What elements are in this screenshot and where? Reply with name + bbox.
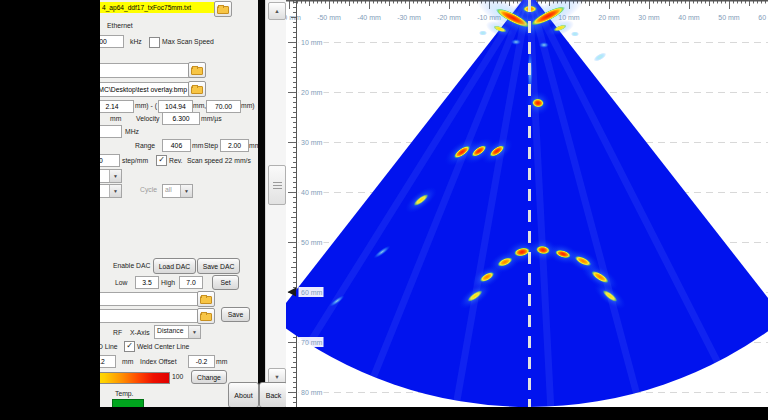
svg-text:30 mm: 30 mm: [301, 139, 323, 146]
dropdown-arrow-icon: ▼: [109, 185, 121, 197]
ethernet-label: Ethernet: [107, 22, 133, 30]
weld-center-line-checkbox[interactable]: ✓: [124, 341, 135, 352]
grip-icon: [273, 185, 282, 186]
high-label: High: [161, 279, 175, 287]
folder-icon: [217, 6, 229, 14]
scan-speed-label: Scan speed 22 mm/s: [187, 157, 251, 165]
svg-text:40 mm: 40 mm: [301, 189, 323, 196]
velocity-field[interactable]: 6.300: [162, 112, 200, 125]
velocity-label: Velocity: [136, 115, 159, 123]
svg-text:50 mm: 50 mm: [301, 239, 323, 246]
coord-sep1-label: mm) - (: [135, 102, 157, 110]
temp-label: Temp.: [115, 390, 134, 398]
steps-field[interactable]: 0: [100, 154, 120, 167]
save-button[interactable]: Save: [221, 307, 250, 322]
svg-text:30 mm: 30 mm: [638, 14, 660, 21]
change-button[interactable]: Change: [191, 370, 227, 384]
color-scale-max-label: 100: [172, 373, 183, 381]
xaxis-label: X-Axis: [130, 329, 150, 337]
svg-text:60 mm: 60 mm: [301, 289, 323, 296]
folder-icon: [200, 313, 212, 321]
cycle-label: Cycle: [140, 186, 157, 194]
mm-label: mm: [110, 115, 121, 123]
probe-freq-field[interactable]: [100, 125, 122, 138]
svg-text:50 mm: 50 mm: [718, 14, 740, 21]
depth-marker-icon: [288, 288, 297, 297]
svg-text:20 mm: 20 mm: [598, 14, 620, 21]
dropdown-arrow-icon: ▼: [109, 170, 121, 182]
low-field[interactable]: 3.5: [135, 276, 159, 289]
folder-icon: [191, 86, 203, 94]
color-scale-bar: [100, 372, 170, 384]
scroll-up-button[interactable]: ▲: [268, 2, 286, 20]
path-field-4[interactable]: [100, 309, 198, 323]
dropdown-arrow-icon: ▼: [188, 326, 200, 338]
path-field-1[interactable]: [100, 63, 190, 78]
svg-text:20 mm: 20 mm: [301, 89, 323, 96]
svg-text:-40 mm: -40 mm: [357, 14, 381, 21]
panel-scrollbar[interactable]: ▲ ▼: [265, 0, 287, 386]
app-root: 4_ap64_ddf17_txFoc75mm.txt Ethernet 00 k…: [0, 0, 768, 420]
folder-icon: [191, 67, 203, 75]
high-field[interactable]: 7.0: [179, 276, 203, 289]
sector-scan-view: -60 mm-50 mm-40 mm-30 mm-20 mm-10 mm0 mm…: [286, 0, 768, 407]
browse-button-2[interactable]: [188, 81, 206, 97]
svg-text:10 mm: 10 mm: [301, 39, 323, 46]
temp-status-box: [112, 399, 144, 407]
svg-text:-20 mm: -20 mm: [437, 14, 461, 21]
indication-spot: [539, 42, 549, 48]
velocity-unit-label: mm/µs: [201, 115, 222, 123]
xaxis-dropdown[interactable]: Distance▼: [154, 325, 201, 339]
scroll-up-icon: ▲: [274, 8, 279, 14]
settings-panel: 4_ap64_ddf17_txFoc75mm.txt Ethernet 00 k…: [100, 0, 258, 407]
svg-text:-50 mm: -50 mm: [317, 14, 341, 21]
index-offset-field[interactable]: -0.2: [188, 355, 215, 368]
mhz-label: MHz: [125, 128, 139, 136]
scroll-thumb[interactable]: [268, 165, 286, 205]
coord-x1-field[interactable]: 2.14: [100, 100, 134, 113]
scan-file-field[interactable]: 4_ap64_ddf17_txFoc75mm.txt: [100, 2, 214, 13]
save-dac-button[interactable]: Save DAC: [197, 258, 240, 274]
load-dac-button[interactable]: Load DAC: [153, 258, 196, 274]
cycle-dropdown[interactable]: all▼: [162, 184, 193, 198]
svg-text:70 mm: 70 mm: [301, 339, 323, 346]
scroll-down-icon: ▼: [274, 374, 279, 380]
coord-y2-field[interactable]: 70.00: [206, 100, 241, 113]
range-label: Range: [135, 142, 155, 150]
about-button[interactable]: About: [228, 382, 259, 408]
browse-button-1[interactable]: [188, 62, 206, 78]
max-scan-speed-checkbox[interactable]: [149, 37, 160, 48]
indication-spot: [592, 51, 607, 63]
path-field-3[interactable]: [100, 292, 198, 306]
sector-fan-image: [286, 0, 768, 407]
svg-text:40 mm: 40 mm: [678, 14, 700, 21]
offset-field-1[interactable]: 9.2: [100, 355, 116, 368]
indication-spot: [479, 31, 487, 36]
folder-icon: [200, 296, 212, 304]
coord-sep2-label: mm,: [193, 102, 206, 110]
browse-file-button[interactable]: [214, 1, 232, 17]
svg-text:60 mm: 60 mm: [758, 14, 768, 21]
dropdown-arrow-icon: ▼: [180, 185, 192, 197]
overlay-path-field[interactable]: MC\Desktop\test overlay.bmp: [100, 82, 190, 97]
range-field[interactable]: 406: [162, 139, 191, 152]
back-button[interactable]: Back: [259, 382, 288, 408]
step-field[interactable]: 2.00: [220, 139, 249, 152]
letterbox-bottom: [0, 407, 768, 420]
low-label: Low: [115, 279, 127, 287]
offset-unit-1: mm: [122, 358, 133, 366]
frequency-field[interactable]: 00: [100, 35, 124, 48]
set-button[interactable]: Set: [212, 275, 239, 290]
mode-dropdown-2[interactable]: ▼: [100, 184, 122, 198]
browse-button-3[interactable]: [197, 291, 215, 307]
rev-checkbox[interactable]: ✓: [156, 155, 167, 166]
rev-label: Rev.: [169, 157, 182, 165]
indication-spot: [511, 39, 521, 45]
mode-dropdown-1[interactable]: ▼: [100, 169, 122, 183]
indication-spot: [571, 32, 579, 37]
panel-divider: [258, 0, 265, 386]
d-line-label: D Line: [100, 343, 118, 351]
y-axis-labels: 10 mm20 mm30 mm40 mm50 mm60 mm70 mm80 mm: [288, 37, 324, 397]
offset-unit-2: mm: [216, 358, 227, 366]
browse-button-4[interactable]: [197, 308, 215, 324]
